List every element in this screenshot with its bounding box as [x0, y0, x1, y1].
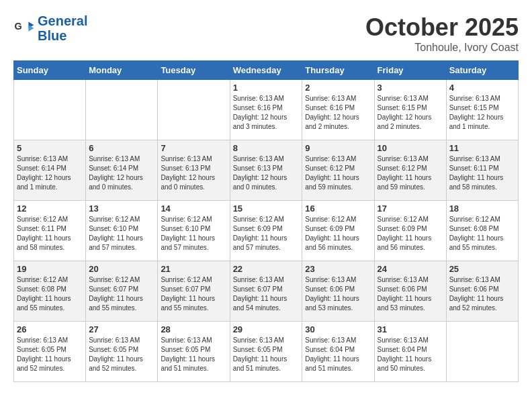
day-info: Sunrise: 6:13 AM Sunset: 6:15 PM Dayligh…	[449, 94, 515, 132]
calendar-cell	[446, 322, 518, 382]
week-row-4: 26Sunrise: 6:13 AM Sunset: 6:05 PM Dayli…	[14, 322, 519, 382]
day-info: Sunrise: 6:13 AM Sunset: 6:11 PM Dayligh…	[449, 154, 515, 192]
calendar-cell: 1Sunrise: 6:13 AM Sunset: 6:16 PM Daylig…	[230, 80, 302, 140]
day-info: Sunrise: 6:13 AM Sunset: 6:06 PM Dayligh…	[449, 275, 515, 313]
day-info: Sunrise: 6:12 AM Sunset: 6:10 PM Dayligh…	[89, 215, 154, 253]
logo: G General Blue	[13, 13, 87, 43]
day-number: 27	[89, 324, 154, 334]
day-info: Sunrise: 6:13 AM Sunset: 6:13 PM Dayligh…	[233, 154, 300, 192]
calendar-cell: 19Sunrise: 6:12 AM Sunset: 6:08 PM Dayli…	[14, 261, 86, 322]
day-info: Sunrise: 6:13 AM Sunset: 6:13 PM Dayligh…	[161, 154, 226, 192]
day-number: 4	[449, 83, 515, 93]
day-info: Sunrise: 6:13 AM Sunset: 6:15 PM Dayligh…	[378, 94, 443, 132]
calendar-cell: 31Sunrise: 6:13 AM Sunset: 6:04 PM Dayli…	[374, 322, 446, 382]
calendar-cell: 18Sunrise: 6:12 AM Sunset: 6:08 PM Dayli…	[446, 201, 518, 261]
calendar-cell: 2Sunrise: 6:13 AM Sunset: 6:16 PM Daylig…	[302, 80, 374, 140]
calendar-cell: 16Sunrise: 6:12 AM Sunset: 6:09 PM Dayli…	[302, 201, 374, 261]
day-info: Sunrise: 6:12 AM Sunset: 6:08 PM Dayligh…	[449, 215, 515, 253]
day-info: Sunrise: 6:13 AM Sunset: 6:05 PM Dayligh…	[89, 336, 154, 373]
day-info: Sunrise: 6:12 AM Sunset: 6:08 PM Dayligh…	[17, 275, 83, 313]
week-row-0: 1Sunrise: 6:13 AM Sunset: 6:16 PM Daylig…	[14, 80, 519, 140]
calendar-cell: 20Sunrise: 6:12 AM Sunset: 6:07 PM Dayli…	[86, 261, 158, 322]
day-info: Sunrise: 6:13 AM Sunset: 6:04 PM Dayligh…	[378, 336, 443, 373]
title-block: October 2025 Tonhoule, Ivory Coast	[365, 13, 519, 54]
calendar-table: SundayMondayTuesdayWednesdayThursdayFrid…	[13, 60, 519, 382]
calendar-cell: 23Sunrise: 6:13 AM Sunset: 6:06 PM Dayli…	[302, 261, 374, 322]
day-number: 17	[378, 203, 443, 214]
day-info: Sunrise: 6:13 AM Sunset: 6:04 PM Dayligh…	[305, 336, 371, 373]
day-number: 6	[89, 143, 154, 153]
day-number: 30	[305, 324, 371, 334]
day-info: Sunrise: 6:12 AM Sunset: 6:10 PM Dayligh…	[161, 215, 226, 253]
day-info: Sunrise: 6:13 AM Sunset: 6:12 PM Dayligh…	[378, 154, 443, 192]
day-number: 2	[305, 83, 371, 93]
day-info: Sunrise: 6:13 AM Sunset: 6:05 PM Dayligh…	[17, 336, 83, 373]
calendar-cell: 22Sunrise: 6:13 AM Sunset: 6:07 PM Dayli…	[230, 261, 302, 322]
logo-line1: General	[38, 13, 87, 28]
day-number: 24	[378, 264, 443, 274]
header-cell-saturday: Saturday	[446, 61, 518, 80]
calendar-cell: 28Sunrise: 6:13 AM Sunset: 6:05 PM Dayli…	[158, 322, 230, 382]
week-row-2: 12Sunrise: 6:12 AM Sunset: 6:11 PM Dayli…	[14, 201, 519, 261]
day-number: 23	[305, 264, 371, 274]
calendar-body: 1Sunrise: 6:13 AM Sunset: 6:16 PM Daylig…	[14, 80, 519, 382]
day-info: Sunrise: 6:12 AM Sunset: 6:09 PM Dayligh…	[378, 215, 443, 253]
day-number: 11	[449, 143, 515, 153]
logo-line2: Blue	[38, 28, 66, 43]
day-info: Sunrise: 6:13 AM Sunset: 6:14 PM Dayligh…	[89, 154, 154, 192]
day-number: 10	[378, 143, 443, 153]
calendar-cell: 3Sunrise: 6:13 AM Sunset: 6:15 PM Daylig…	[374, 80, 446, 140]
day-info: Sunrise: 6:12 AM Sunset: 6:11 PM Dayligh…	[17, 215, 83, 253]
month-title: October 2025	[365, 13, 519, 42]
header-cell-monday: Monday	[86, 61, 158, 80]
day-info: Sunrise: 6:13 AM Sunset: 6:06 PM Dayligh…	[305, 275, 371, 313]
day-info: Sunrise: 6:13 AM Sunset: 6:07 PM Dayligh…	[233, 275, 300, 313]
day-number: 9	[305, 143, 371, 153]
calendar-cell: 4Sunrise: 6:13 AM Sunset: 6:15 PM Daylig…	[446, 80, 518, 140]
day-number: 20	[89, 264, 154, 274]
header-cell-tuesday: Tuesday	[158, 61, 230, 80]
calendar-cell	[14, 80, 86, 140]
calendar-cell: 30Sunrise: 6:13 AM Sunset: 6:04 PM Dayli…	[302, 322, 374, 382]
header-cell-friday: Friday	[374, 61, 446, 80]
calendar-cell: 24Sunrise: 6:13 AM Sunset: 6:06 PM Dayli…	[374, 261, 446, 322]
day-number: 25	[449, 264, 515, 274]
day-number: 14	[161, 203, 226, 214]
day-number: 3	[378, 83, 443, 93]
day-number: 18	[449, 203, 515, 214]
day-number: 21	[161, 264, 226, 274]
day-number: 15	[233, 203, 300, 214]
calendar-cell: 8Sunrise: 6:13 AM Sunset: 6:13 PM Daylig…	[230, 140, 302, 201]
calendar-cell: 29Sunrise: 6:13 AM Sunset: 6:05 PM Dayli…	[230, 322, 302, 382]
header-row: SundayMondayTuesdayWednesdayThursdayFrid…	[14, 61, 519, 80]
page-header: G General Blue October 2025 Tonhoule, Iv…	[13, 13, 519, 54]
calendar-cell: 25Sunrise: 6:13 AM Sunset: 6:06 PM Dayli…	[446, 261, 518, 322]
day-number: 8	[233, 143, 300, 153]
day-number: 19	[17, 264, 83, 274]
calendar-cell: 17Sunrise: 6:12 AM Sunset: 6:09 PM Dayli…	[374, 201, 446, 261]
header-cell-sunday: Sunday	[14, 61, 86, 80]
day-number: 31	[378, 324, 443, 334]
day-info: Sunrise: 6:12 AM Sunset: 6:09 PM Dayligh…	[233, 215, 300, 253]
day-info: Sunrise: 6:12 AM Sunset: 6:09 PM Dayligh…	[305, 215, 371, 253]
day-number: 29	[233, 324, 300, 334]
calendar-cell: 27Sunrise: 6:13 AM Sunset: 6:05 PM Dayli…	[86, 322, 158, 382]
day-number: 1	[233, 83, 300, 93]
day-number: 12	[17, 203, 83, 214]
header-cell-thursday: Thursday	[302, 61, 374, 80]
calendar-cell: 5Sunrise: 6:13 AM Sunset: 6:14 PM Daylig…	[14, 140, 86, 201]
svg-text:G: G	[15, 21, 22, 32]
day-info: Sunrise: 6:13 AM Sunset: 6:14 PM Dayligh…	[17, 154, 83, 192]
day-info: Sunrise: 6:13 AM Sunset: 6:05 PM Dayligh…	[233, 336, 300, 373]
day-info: Sunrise: 6:13 AM Sunset: 6:05 PM Dayligh…	[161, 336, 226, 373]
calendar-cell: 26Sunrise: 6:13 AM Sunset: 6:05 PM Dayli…	[14, 322, 86, 382]
day-number: 5	[17, 143, 83, 153]
day-number: 28	[161, 324, 226, 334]
calendar-header: SundayMondayTuesdayWednesdayThursdayFrid…	[14, 61, 519, 80]
location: Tonhoule, Ivory Coast	[365, 42, 519, 54]
day-number: 7	[161, 143, 226, 153]
day-info: Sunrise: 6:13 AM Sunset: 6:16 PM Dayligh…	[305, 94, 371, 132]
day-info: Sunrise: 6:12 AM Sunset: 6:07 PM Dayligh…	[161, 275, 226, 313]
header-cell-wednesday: Wednesday	[230, 61, 302, 80]
logo-icon: G	[13, 17, 35, 39]
